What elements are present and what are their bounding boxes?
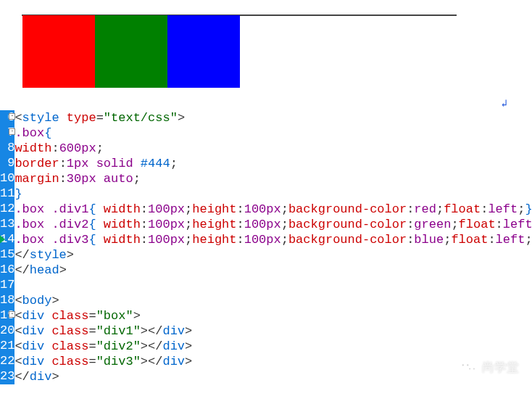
code-line[interactable]: 7-.box{ xyxy=(0,125,532,141)
code-content[interactable]: <div class="div2"></div> xyxy=(14,339,532,354)
code-line[interactable]: 20<div class="div1"></div> xyxy=(0,323,532,339)
code-line[interactable]: 17 xyxy=(0,278,532,293)
line-number: 14 xyxy=(0,232,14,247)
line-number: 9 xyxy=(0,156,14,171)
line-number: 12 xyxy=(0,202,14,217)
code-content[interactable]: .box .div2{ width:100px;height:100px;bac… xyxy=(14,217,532,232)
code-content[interactable]: <div class="div3"></div> xyxy=(14,354,532,369)
code-line[interactable]: 8width:600px; xyxy=(0,141,532,156)
fold-toggle-icon[interactable]: - xyxy=(9,128,15,135)
fold-toggle-icon[interactable]: - xyxy=(9,311,15,318)
code-line[interactable]: 10margin:30px auto; xyxy=(0,171,532,186)
code-line[interactable]: 9border:1px solid #444; xyxy=(0,156,532,171)
code-line[interactable]: 6-<style type="text/css"> xyxy=(0,110,532,125)
line-number: 18 xyxy=(0,293,14,308)
line-number: 16 xyxy=(0,263,14,278)
code-line[interactable]: 19-<div class="box"> xyxy=(0,308,532,323)
code-content[interactable]: <body> xyxy=(14,293,532,308)
line-number: 7- xyxy=(0,125,14,141)
code-content[interactable]: border:1px solid #444; xyxy=(14,156,532,171)
demo-div-green xyxy=(95,15,167,88)
demo-div-blue xyxy=(167,15,240,88)
code-line[interactable]: 11} xyxy=(0,186,532,202)
line-number: 20 xyxy=(0,323,14,339)
code-lines[interactable]: 6-<style type="text/css">7-.box{8width:6… xyxy=(0,110,532,384)
line-number: 21 xyxy=(0,339,14,354)
line-number: 19- xyxy=(0,308,14,323)
demo-div-red xyxy=(22,15,95,88)
fold-toggle-icon[interactable]: - xyxy=(9,113,15,120)
code-content[interactable]: <style type="text/css"> xyxy=(14,110,532,125)
current-line-arrow-icon xyxy=(0,234,5,244)
line-number: 13 xyxy=(0,217,14,232)
code-content[interactable]: .box .div1{ width:100px;height:100px;bac… xyxy=(14,202,532,217)
code-content[interactable]: <div class="div1"></div> xyxy=(14,323,532,339)
line-number: 8 xyxy=(0,141,14,156)
code-content[interactable]: <div class="box"> xyxy=(14,308,532,323)
line-number: 6- xyxy=(0,110,14,125)
code-line[interactable]: 18<body> xyxy=(0,293,532,308)
preview-pane xyxy=(0,0,532,16)
code-editor[interactable]: ↲ 6-<style type="text/css">7-.box{8width… xyxy=(0,110,532,384)
code-content[interactable]: } xyxy=(14,186,532,202)
line-number: 22 xyxy=(0,354,14,369)
code-content[interactable]: </div> xyxy=(14,369,532,384)
code-line[interactable]: 23</div> xyxy=(0,369,532,384)
code-content[interactable] xyxy=(14,278,532,293)
code-line[interactable]: 21<div class="div2"></div> xyxy=(0,339,532,354)
code-content[interactable]: </style> xyxy=(14,247,532,263)
code-content[interactable]: .box .div3{ width:100px;height:100px;bac… xyxy=(14,232,532,247)
line-number: 23 xyxy=(0,369,14,384)
code-line[interactable]: 15</style> xyxy=(0,247,532,263)
code-content[interactable]: </head> xyxy=(14,263,532,278)
line-number: 17 xyxy=(0,278,14,293)
code-content[interactable]: width:600px; xyxy=(14,141,532,156)
line-number: 15 xyxy=(0,247,14,263)
line-number: 11 xyxy=(0,186,14,202)
line-number: 10 xyxy=(0,171,14,186)
code-content[interactable]: margin:30px auto; xyxy=(14,171,532,186)
line-break-icon: ↲ xyxy=(502,97,507,110)
code-line[interactable]: 22<div class="div3"></div> xyxy=(0,354,532,369)
code-content[interactable]: .box{ xyxy=(14,125,532,141)
code-line[interactable]: 14.box .div3{ width:100px;height:100px;b… xyxy=(0,232,532,247)
code-line[interactable]: 16</head> xyxy=(0,263,532,278)
demo-box xyxy=(22,15,457,16)
code-line[interactable]: 12.box .div1{ width:100px;height:100px;b… xyxy=(0,202,532,217)
code-line[interactable]: 13.box .div2{ width:100px;height:100px;b… xyxy=(0,217,532,232)
